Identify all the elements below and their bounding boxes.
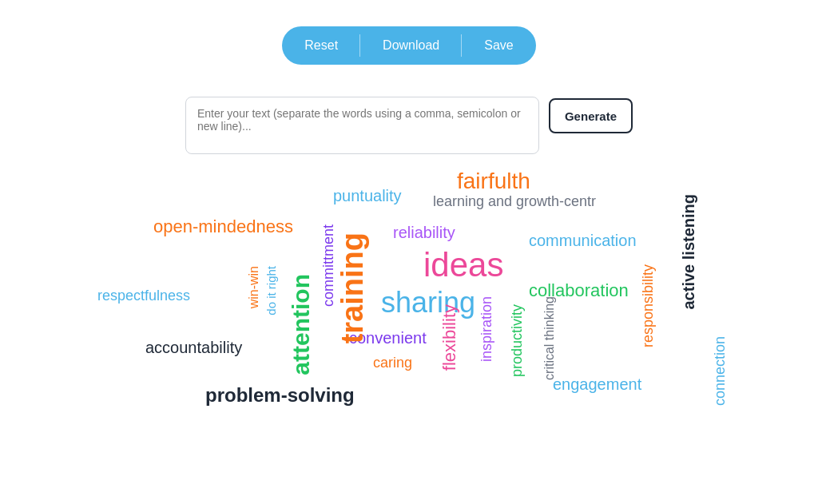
- word-committment: committment: [321, 224, 336, 307]
- word-puntuality: puntuality: [333, 188, 402, 204]
- word-fairfulth: fairfulth: [457, 170, 530, 192]
- word-engagement: engagement: [553, 376, 641, 392]
- word-reliability: reliability: [393, 224, 455, 240]
- word-flexibility: flexibility: [441, 304, 459, 371]
- generate-button[interactable]: Generate: [549, 98, 633, 133]
- word-training: training: [337, 232, 367, 343]
- word-open-mindedness: open-mindedness: [153, 218, 293, 236]
- word-accountability: accountability: [145, 339, 242, 355]
- word-win-win: win-win: [248, 266, 260, 308]
- word-connection: connection: [713, 336, 727, 406]
- text-input[interactable]: [185, 97, 539, 154]
- word-learning-and-growth-centr: learning and growth-centr: [433, 194, 596, 208]
- word-critical-thinking: critical thinking: [543, 296, 556, 380]
- toolbar: Reset Download Save: [282, 26, 535, 65]
- word-communication: communication: [529, 232, 637, 248]
- word-productivity: productivity: [510, 304, 524, 377]
- word-attention: attention: [289, 274, 313, 375]
- input-row: Generate: [185, 97, 633, 154]
- word-inspiration: inspiration: [479, 296, 494, 362]
- word-problem-solving: problem-solving: [205, 386, 355, 405]
- word-ideas: ideas: [423, 248, 503, 282]
- word-active-listening: active listening: [681, 194, 697, 310]
- word-responsibility: responsibility: [641, 264, 655, 347]
- word-do-it-right: do it right: [265, 266, 277, 315]
- word-respectfulness: respectfulness: [97, 288, 190, 303]
- word-sharing: sharing: [381, 288, 475, 317]
- word-caring: caring: [373, 355, 412, 370]
- reset-button[interactable]: Reset: [282, 26, 360, 65]
- download-button[interactable]: Download: [360, 26, 462, 65]
- word-cloud: fairfulthlearning and growth-centrpuntua…: [50, 170, 768, 474]
- save-button[interactable]: Save: [462, 26, 535, 65]
